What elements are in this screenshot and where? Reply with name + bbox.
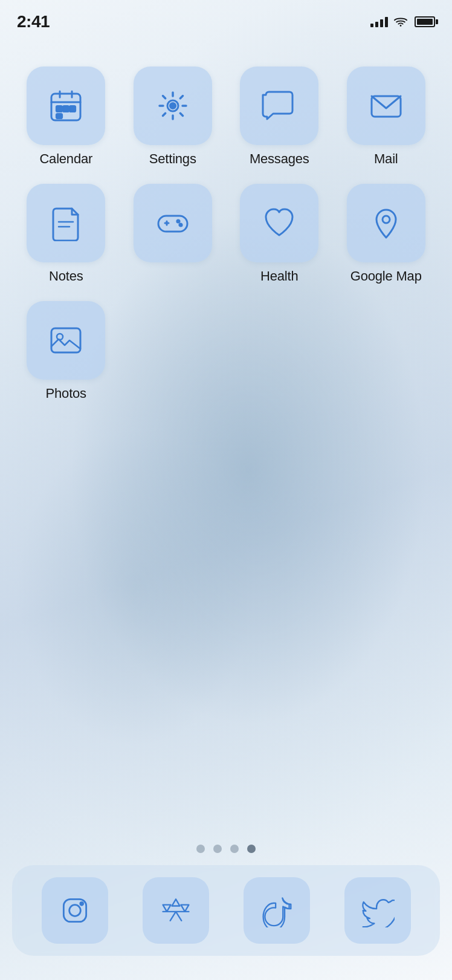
googlemap-label: Google Map (350, 268, 422, 284)
app-notes[interactable]: Notes (18, 184, 114, 284)
calendar-label: Calendar (39, 151, 92, 167)
messages-icon-bg (240, 67, 318, 145)
svg-point-21 (57, 334, 63, 340)
appstore-icon-bg (143, 877, 209, 944)
app-settings[interactable]: Settings (125, 67, 221, 167)
signal-icon (370, 16, 388, 27)
dock-appstore[interactable] (143, 877, 209, 944)
svg-rect-14 (158, 216, 187, 232)
svg-point-19 (383, 216, 390, 223)
battery-icon (415, 16, 435, 27)
gaming-icon-bg (134, 184, 212, 262)
page-dot-2[interactable] (213, 845, 222, 853)
svg-point-0 (400, 25, 402, 27)
app-health[interactable]: Health (231, 184, 328, 284)
photos-icon-bg (27, 301, 105, 380)
mail-icon (368, 88, 404, 124)
notes-label: Notes (49, 268, 83, 284)
health-label: Health (260, 268, 298, 284)
wifi-icon (394, 16, 407, 27)
gaming-icon (155, 205, 191, 241)
app-gaming[interactable] (125, 184, 221, 284)
svg-point-17 (176, 220, 179, 223)
page-dot-3[interactable] (230, 845, 239, 853)
svg-point-18 (179, 224, 182, 227)
page-dots (0, 845, 452, 853)
page-dot-4[interactable] (247, 845, 256, 853)
status-icons (370, 16, 435, 27)
settings-icon-bg (134, 67, 212, 145)
googlemap-icon (368, 205, 404, 241)
tiktok-icon (260, 894, 294, 927)
svg-rect-20 (51, 328, 80, 352)
instagram-icon-bg (42, 877, 108, 944)
health-icon-bg (240, 184, 318, 262)
messages-icon (261, 88, 297, 124)
mail-icon-bg (347, 67, 425, 145)
twitter-icon (361, 894, 395, 927)
calendar-icon-bg (27, 67, 105, 145)
status-bar: 2:41 (0, 0, 452, 36)
dock-twitter[interactable] (344, 877, 411, 944)
calendar-icon (48, 88, 84, 124)
settings-label: Settings (149, 151, 196, 167)
page-dot-1[interactable] (196, 845, 205, 853)
svg-rect-8 (56, 114, 62, 118)
svg-rect-7 (63, 106, 69, 112)
health-icon (261, 205, 297, 241)
app-mail[interactable]: Mail (338, 67, 434, 167)
twitter-icon-bg (344, 877, 411, 944)
mail-label: Mail (374, 151, 398, 167)
app-messages[interactable]: Messages (231, 67, 328, 167)
dock-tiktok[interactable] (244, 877, 310, 944)
appstore-icon (159, 894, 193, 927)
app-calendar[interactable]: Calendar (18, 67, 114, 167)
svg-rect-5 (56, 106, 62, 112)
messages-label: Messages (250, 151, 309, 167)
settings-icon (155, 88, 191, 124)
svg-point-10 (170, 103, 176, 109)
googlemap-icon-bg (347, 184, 425, 262)
svg-point-23 (69, 905, 80, 917)
app-photos[interactable]: Photos (18, 301, 114, 401)
notes-icon-bg (27, 184, 105, 262)
tiktok-icon-bg (244, 877, 310, 944)
instagram-icon (58, 894, 92, 927)
dock-instagram[interactable] (42, 877, 108, 944)
dock (12, 865, 440, 956)
photos-icon (48, 322, 84, 359)
app-googlemap[interactable]: Google Map (338, 184, 434, 284)
notes-icon (48, 205, 84, 241)
photos-label: Photos (46, 386, 86, 401)
app-grid: Calendar Settings Messages Mail (0, 54, 452, 414)
svg-rect-6 (69, 106, 76, 112)
status-time: 2:41 (17, 12, 50, 31)
svg-point-24 (80, 902, 83, 906)
